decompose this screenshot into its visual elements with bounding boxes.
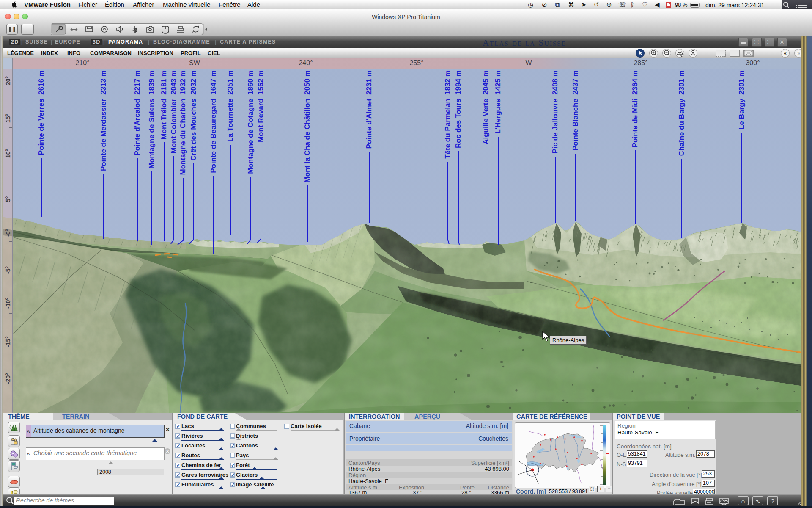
- svg-text:La Tournette 2351 m: La Tournette 2351 m: [226, 70, 234, 142]
- svg-text:Mont Trélod 2181 m: Mont Trélod 2181 m: [160, 70, 168, 139]
- svg-text:Pointe Blanche 2437 m: Pointe Blanche 2437 m: [571, 70, 579, 151]
- svg-text:⊕: ⊕: [606, 1, 612, 8]
- svg-text:⧉: ⧉: [555, 1, 560, 8]
- svg-text:Montagne du Charbon 1932 m: Montagne du Charbon 1932 m: [179, 70, 187, 175]
- svg-text:⌘: ⌘: [568, 1, 574, 8]
- svg-text:Pointe de Verres 2616 m: Pointe de Verres 2616 m: [37, 70, 45, 155]
- svg-text:➤: ➤: [581, 1, 587, 8]
- svg-text:Mont Revard 1562 m: Mont Revard 1562 m: [257, 70, 265, 142]
- svg-text:Pointe de Beauregard 1647 m: Pointe de Beauregard 1647 m: [209, 70, 217, 173]
- svg-text:Pointe d'Almet 2231 m: Pointe d'Almet 2231 m: [365, 70, 373, 149]
- svg-text:Montagne de Cotagne 1860 m: Montagne de Cotagne 1860 m: [247, 70, 255, 174]
- svg-text:Le Bargy 2301 m: Le Bargy 2301 m: [738, 70, 746, 130]
- svg-text:◷: ◷: [528, 1, 533, 8]
- svg-text:Montagne de Sulens 1839 m: Montagne de Sulens 1839 m: [148, 70, 156, 168]
- svg-text:♡: ♡: [642, 1, 647, 8]
- svg-text:Chaîne du Bargy 2301 m: Chaîne du Bargy 2301 m: [678, 70, 686, 156]
- svg-text:↺: ↺: [594, 1, 599, 8]
- svg-text:Mont la Cha de Châtillon 2050: Mont la Cha de Châtillon 2050 m: [303, 70, 311, 182]
- svg-text:Pointe de Midi 2364 m: Pointe de Midi 2364 m: [631, 70, 639, 147]
- svg-text:◀: ◀: [655, 1, 660, 8]
- svg-text:Pointe d'Arcalod 2217 m: Pointe d'Arcalod 2217 m: [133, 70, 141, 156]
- svg-text:L'Hergues 1425 m: L'Hergues 1425 m: [494, 70, 502, 134]
- svg-text:dim. 29 mars 12:24:31: dim. 29 mars 12:24:31: [705, 2, 765, 8]
- svg-text:Pic de Jallouvre 2408 m: Pic de Jallouvre 2408 m: [551, 70, 559, 154]
- svg-text:Mont Colombier 2043 m: Mont Colombier 2043 m: [170, 70, 178, 153]
- svg-text:Roc des Tours 1994 m: Roc des Tours 1994 m: [454, 70, 462, 148]
- svg-text:Tête du Parmelan 1832 m: Tête du Parmelan 1832 m: [444, 70, 452, 159]
- svg-text:Pointe de Merdassier 2313 m: Pointe de Merdassier 2313 m: [99, 70, 107, 171]
- svg-text:Aiguille Verte 2045 m: Aiguille Verte 2045 m: [482, 70, 490, 144]
- svg-text:Crêt des Mouches 2032 m: Crêt des Mouches 2032 m: [189, 70, 198, 161]
- svg-text:98 %: 98 %: [675, 2, 688, 8]
- svg-text:⊘: ⊘: [542, 1, 547, 8]
- svg-text:ᛒ: ᛒ: [631, 1, 634, 8]
- svg-text:☏: ☏: [618, 1, 626, 8]
